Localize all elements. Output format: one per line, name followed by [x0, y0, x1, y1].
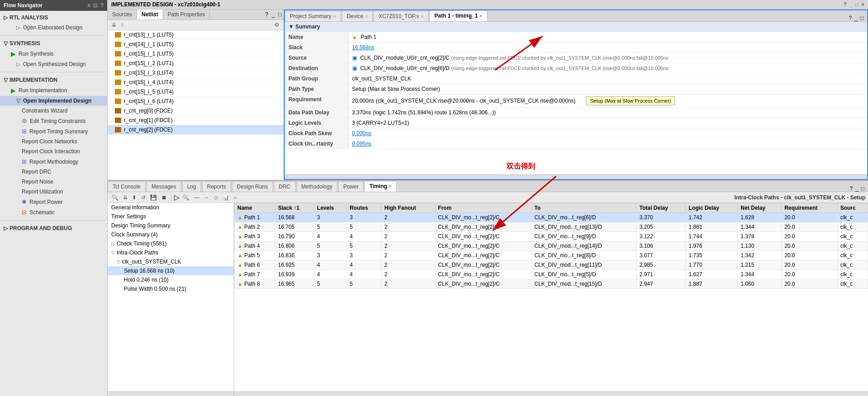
tab-tcl-console[interactable]: Tcl Console [108, 181, 146, 192]
detail-scrollbar[interactable] [285, 174, 867, 179]
tab-device[interactable]: Device × [342, 11, 373, 21]
sidebar-item-report-clock-networks[interactable]: Report Clock Networks [0, 137, 107, 146]
col-slack[interactable]: Slack ↑1 [275, 203, 314, 213]
close-path1-icon[interactable]: × [480, 14, 482, 19]
tree-intra-clock[interactable]: ▽ Intra-Clock Paths [108, 248, 234, 257]
section-program-header[interactable]: ▷ PROGRAM AND DEBUG [0, 223, 107, 233]
stop-icon[interactable]: ⏹ [160, 194, 168, 201]
right-scrollbar[interactable] [234, 392, 868, 396]
search-icon-2[interactable]: 🔍 [181, 194, 191, 201]
source-item-cnt15-6[interactable]: r_cnt[15]_i_6 (LUT4) [108, 97, 283, 106]
left-scrollbar[interactable] [108, 392, 234, 396]
col-high-fanout[interactable]: High Fanout [382, 203, 435, 213]
tree-clk-out1[interactable]: ▽ clk_out1_SYSTEM_CLK [108, 257, 234, 266]
collapse-all-icon[interactable]: ⇊ [110, 21, 118, 28]
tab-netlist[interactable]: Netlist [137, 9, 163, 19]
minimize-detail-icon[interactable]: _ [854, 15, 858, 21]
sidebar-item-open-elaborated[interactable]: ▷ Open Elaborated Design [0, 23, 107, 33]
tree-timer-settings[interactable]: Timer Settings [108, 212, 234, 221]
help-detail-icon[interactable]: ? [849, 15, 852, 21]
sidebar-item-edit-timing[interactable]: ⚙ Edit Timing Constraints [0, 116, 107, 126]
source-item-reg2[interactable]: r_cnt_reg[2] (FDCE) [108, 125, 283, 135]
nav-icon-pin[interactable]: ⊡ [93, 2, 98, 9]
timing-row-6[interactable]: ▲ Path 6 16.925 4 4 2 CLK_DIV_mo...t_reg… [235, 260, 868, 270]
help-bottom-icon[interactable]: ? [849, 185, 853, 192]
expand-up-icon[interactable]: ⬆ [131, 194, 138, 201]
source-item-cnt15-2[interactable]: r_cnt[15]_i_2 (LUT1) [108, 59, 283, 68]
tab-design-runs[interactable]: Design Runs [232, 181, 273, 192]
section-rtl-header[interactable]: ▷ RTL ANALYSIS [0, 13, 107, 23]
chart-icon[interactable]: 📊 [221, 194, 231, 201]
tree-design-timing-summary[interactable]: Design Timing Summary [108, 221, 234, 230]
tab-messages[interactable]: Messages [146, 181, 181, 192]
help-icon[interactable]: ? [844, 1, 847, 8]
col-levels[interactable]: Levels [314, 203, 347, 213]
tab-project-summary[interactable]: Project Summary × [285, 11, 341, 21]
nav-icon-help[interactable]: ? [100, 2, 104, 9]
tab-log[interactable]: Log [182, 181, 201, 192]
tab-xc7z010-top[interactable]: XC7Z010_TOP.v × [373, 11, 428, 21]
close-project-summary-icon[interactable]: × [333, 14, 336, 19]
tab-power[interactable]: Power [338, 181, 363, 192]
source-item-cnt13[interactable]: r_cnt[13]_i_1 (LUT5) [108, 30, 283, 40]
minimize-sources-icon[interactable]: _ [270, 9, 277, 19]
sidebar-item-run-implementation[interactable]: ▶ Run Implementation [0, 85, 107, 96]
help-sources-icon[interactable]: ? [263, 9, 270, 19]
tab-path1-timing[interactable]: Path 1 - timing_1 × [429, 10, 487, 21]
col-net-delay[interactable]: Net Delay [738, 203, 782, 213]
sidebar-item-report-methodology[interactable]: ⊞ Report Methodology [0, 156, 107, 167]
col-to[interactable]: To [532, 203, 637, 213]
sidebar-item-open-implemented[interactable]: ▽ Open Implemented Design [0, 96, 107, 106]
tree-clock-summary[interactable]: Clock Summary (4) [108, 230, 234, 239]
minimize-bottom-icon[interactable]: _ [855, 185, 859, 192]
tab-sources[interactable]: Sources [108, 9, 137, 19]
sidebar-item-constraints-wizard[interactable]: Constraints Wizard [0, 106, 107, 116]
tree-check-timing[interactable]: ▷ Check Timing (5581) [108, 239, 234, 248]
timing-row-5[interactable]: ▲ Path 5 16.836 3 3 2 CLK_DIV_mo...t_reg… [235, 251, 868, 260]
source-item-reg1[interactable]: r_cnt_reg[1] (FDCE) [108, 116, 283, 125]
source-item-cnt15-5[interactable]: r_cnt[15]_i_5 (LUT4) [108, 87, 283, 97]
search-icon[interactable]: 🔍 [110, 194, 120, 201]
col-requirement[interactable]: Requirement [782, 203, 838, 213]
tab-reports[interactable]: Reports [202, 181, 231, 192]
col-from[interactable]: From [435, 203, 531, 213]
source-item-cnt15-4[interactable]: r_cnt[15]_i_4 (LUT4) [108, 78, 283, 87]
timing-row-1[interactable]: ▲ Path 1 16.568 3 3 2 CLK_DIV_mo...t_reg… [235, 213, 868, 222]
diamond-icon[interactable]: ◇ [212, 194, 219, 201]
timing-row-3[interactable]: ▲ Path 3 16.790 4 4 2 CLK_DIV_mo...t_reg… [235, 232, 868, 241]
expand-icon[interactable]: ↔ [203, 194, 211, 201]
expand-all-icon[interactable]: ↕ [119, 21, 125, 28]
skew-link[interactable]: 0.000ns [352, 130, 372, 137]
bottom-scrollbar[interactable] [108, 391, 868, 396]
maximize-detail-icon[interactable]: □ [860, 15, 863, 21]
uncertainty-link[interactable]: 0.095ns [352, 141, 372, 147]
timing-row-2[interactable]: ▲ Path 2 16.705 5 5 2 CLK_DIV_mo...t_reg… [235, 222, 868, 232]
section-impl-header[interactable]: ▽ IMPLEMENTATION [0, 75, 107, 85]
tab-path-properties[interactable]: Path Properties [163, 9, 210, 19]
save-icon[interactable]: 💾 [149, 194, 158, 201]
tree-setup-item[interactable]: Setup 16.568 ns (10) [108, 266, 234, 275]
section-synthesis-header[interactable]: ▽ SYNTHESIS [0, 38, 107, 48]
col-source[interactable]: Sourc [837, 203, 868, 213]
settings-icon[interactable]: ⚙ [273, 21, 281, 28]
source-item-cnt14[interactable]: r_cnt[14]_i_1 (LUT5) [108, 40, 283, 49]
sidebar-item-report-utilization[interactable]: Report Utilization [0, 187, 107, 197]
minimize-icon[interactable]: _ [849, 1, 853, 8]
maximize-bottom-icon[interactable]: □ [861, 185, 864, 192]
timing-row-4[interactable]: ▲ Path 4 16.806 5 5 2 CLK_DIV_mo...t_reg… [235, 241, 868, 251]
sidebar-item-report-noise[interactable]: Report Noise [0, 177, 107, 187]
maximize-sources-icon[interactable]: □ [277, 9, 283, 19]
close-device-icon[interactable]: × [365, 14, 368, 19]
tree-hold-item[interactable]: Hold 0.246 ns (10) [108, 275, 234, 284]
tab-timing[interactable]: Timing × [364, 181, 396, 192]
tab-methodology[interactable]: Methodology [297, 181, 338, 192]
right-arrow-icon[interactable]: ▷ [174, 193, 179, 202]
tree-general-info[interactable]: General Information [108, 203, 234, 212]
sidebar-item-run-synthesis[interactable]: ▶ Run Synthesis [0, 48, 107, 59]
sidebar-item-report-power[interactable]: ✱ Report Power [0, 197, 107, 207]
col-routes[interactable]: Routes [347, 203, 382, 213]
refresh-icon[interactable]: ↺ [140, 194, 147, 201]
source-item-reg0[interactable]: r_cnt_reg[0] (FDCE) [108, 106, 283, 116]
sidebar-item-report-clock-interaction[interactable]: Report Clock Interaction [0, 146, 107, 156]
col-total-delay[interactable]: Total Delay [637, 203, 686, 213]
